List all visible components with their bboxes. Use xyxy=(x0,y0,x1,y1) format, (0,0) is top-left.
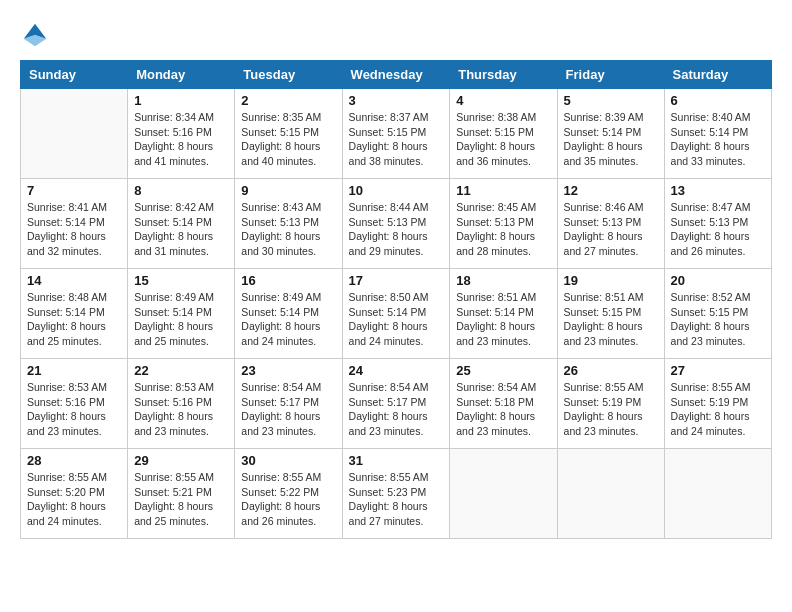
day-info: Sunrise: 8:54 AMSunset: 5:17 PMDaylight:… xyxy=(349,380,444,439)
calendar-week-4: 21Sunrise: 8:53 AMSunset: 5:16 PMDayligh… xyxy=(21,359,772,449)
day-number: 15 xyxy=(134,273,228,288)
day-number: 24 xyxy=(349,363,444,378)
calendar-day-empty xyxy=(450,449,557,539)
calendar-day-16: 16Sunrise: 8:49 AMSunset: 5:14 PMDayligh… xyxy=(235,269,342,359)
day-number: 20 xyxy=(671,273,765,288)
calendar-day-23: 23Sunrise: 8:54 AMSunset: 5:17 PMDayligh… xyxy=(235,359,342,449)
calendar-day-21: 21Sunrise: 8:53 AMSunset: 5:16 PMDayligh… xyxy=(21,359,128,449)
calendar-day-11: 11Sunrise: 8:45 AMSunset: 5:13 PMDayligh… xyxy=(450,179,557,269)
day-info: Sunrise: 8:44 AMSunset: 5:13 PMDaylight:… xyxy=(349,200,444,259)
day-number: 2 xyxy=(241,93,335,108)
day-number: 19 xyxy=(564,273,658,288)
day-info: Sunrise: 8:52 AMSunset: 5:15 PMDaylight:… xyxy=(671,290,765,349)
calendar-day-30: 30Sunrise: 8:55 AMSunset: 5:22 PMDayligh… xyxy=(235,449,342,539)
page-header xyxy=(20,20,772,50)
day-info: Sunrise: 8:55 AMSunset: 5:22 PMDaylight:… xyxy=(241,470,335,529)
calendar-day-27: 27Sunrise: 8:55 AMSunset: 5:19 PMDayligh… xyxy=(664,359,771,449)
day-number: 1 xyxy=(134,93,228,108)
day-info: Sunrise: 8:55 AMSunset: 5:23 PMDaylight:… xyxy=(349,470,444,529)
day-number: 7 xyxy=(27,183,121,198)
calendar-day-28: 28Sunrise: 8:55 AMSunset: 5:20 PMDayligh… xyxy=(21,449,128,539)
calendar-week-3: 14Sunrise: 8:48 AMSunset: 5:14 PMDayligh… xyxy=(21,269,772,359)
day-info: Sunrise: 8:55 AMSunset: 5:19 PMDaylight:… xyxy=(564,380,658,439)
day-number: 13 xyxy=(671,183,765,198)
day-info: Sunrise: 8:35 AMSunset: 5:15 PMDaylight:… xyxy=(241,110,335,169)
calendar-header-saturday: Saturday xyxy=(664,61,771,89)
calendar-day-3: 3Sunrise: 8:37 AMSunset: 5:15 PMDaylight… xyxy=(342,89,450,179)
day-number: 28 xyxy=(27,453,121,468)
calendar-day-26: 26Sunrise: 8:55 AMSunset: 5:19 PMDayligh… xyxy=(557,359,664,449)
calendar-header-wednesday: Wednesday xyxy=(342,61,450,89)
calendar-header-friday: Friday xyxy=(557,61,664,89)
day-number: 18 xyxy=(456,273,550,288)
day-info: Sunrise: 8:55 AMSunset: 5:19 PMDaylight:… xyxy=(671,380,765,439)
calendar-header-tuesday: Tuesday xyxy=(235,61,342,89)
day-info: Sunrise: 8:45 AMSunset: 5:13 PMDaylight:… xyxy=(456,200,550,259)
calendar-day-24: 24Sunrise: 8:54 AMSunset: 5:17 PMDayligh… xyxy=(342,359,450,449)
calendar-day-empty xyxy=(21,89,128,179)
day-info: Sunrise: 8:38 AMSunset: 5:15 PMDaylight:… xyxy=(456,110,550,169)
day-number: 31 xyxy=(349,453,444,468)
day-info: Sunrise: 8:54 AMSunset: 5:18 PMDaylight:… xyxy=(456,380,550,439)
calendar-day-9: 9Sunrise: 8:43 AMSunset: 5:13 PMDaylight… xyxy=(235,179,342,269)
day-number: 21 xyxy=(27,363,121,378)
day-number: 10 xyxy=(349,183,444,198)
calendar-week-2: 7Sunrise: 8:41 AMSunset: 5:14 PMDaylight… xyxy=(21,179,772,269)
day-info: Sunrise: 8:41 AMSunset: 5:14 PMDaylight:… xyxy=(27,200,121,259)
day-number: 23 xyxy=(241,363,335,378)
day-number: 16 xyxy=(241,273,335,288)
calendar-day-17: 17Sunrise: 8:50 AMSunset: 5:14 PMDayligh… xyxy=(342,269,450,359)
calendar-header-thursday: Thursday xyxy=(450,61,557,89)
logo xyxy=(20,20,52,50)
calendar-day-2: 2Sunrise: 8:35 AMSunset: 5:15 PMDaylight… xyxy=(235,89,342,179)
calendar-day-5: 5Sunrise: 8:39 AMSunset: 5:14 PMDaylight… xyxy=(557,89,664,179)
day-number: 30 xyxy=(241,453,335,468)
day-number: 11 xyxy=(456,183,550,198)
day-number: 29 xyxy=(134,453,228,468)
day-number: 22 xyxy=(134,363,228,378)
day-number: 6 xyxy=(671,93,765,108)
day-info: Sunrise: 8:43 AMSunset: 5:13 PMDaylight:… xyxy=(241,200,335,259)
day-info: Sunrise: 8:50 AMSunset: 5:14 PMDaylight:… xyxy=(349,290,444,349)
day-info: Sunrise: 8:49 AMSunset: 5:14 PMDaylight:… xyxy=(134,290,228,349)
calendar-day-12: 12Sunrise: 8:46 AMSunset: 5:13 PMDayligh… xyxy=(557,179,664,269)
day-number: 12 xyxy=(564,183,658,198)
day-info: Sunrise: 8:42 AMSunset: 5:14 PMDaylight:… xyxy=(134,200,228,259)
calendar-day-29: 29Sunrise: 8:55 AMSunset: 5:21 PMDayligh… xyxy=(128,449,235,539)
calendar-day-13: 13Sunrise: 8:47 AMSunset: 5:13 PMDayligh… xyxy=(664,179,771,269)
calendar-week-5: 28Sunrise: 8:55 AMSunset: 5:20 PMDayligh… xyxy=(21,449,772,539)
day-info: Sunrise: 8:37 AMSunset: 5:15 PMDaylight:… xyxy=(349,110,444,169)
day-info: Sunrise: 8:47 AMSunset: 5:13 PMDaylight:… xyxy=(671,200,765,259)
calendar-day-empty xyxy=(664,449,771,539)
calendar-header-row: SundayMondayTuesdayWednesdayThursdayFrid… xyxy=(21,61,772,89)
calendar-day-7: 7Sunrise: 8:41 AMSunset: 5:14 PMDaylight… xyxy=(21,179,128,269)
calendar-day-10: 10Sunrise: 8:44 AMSunset: 5:13 PMDayligh… xyxy=(342,179,450,269)
day-info: Sunrise: 8:55 AMSunset: 5:21 PMDaylight:… xyxy=(134,470,228,529)
day-number: 25 xyxy=(456,363,550,378)
day-info: Sunrise: 8:40 AMSunset: 5:14 PMDaylight:… xyxy=(671,110,765,169)
day-number: 27 xyxy=(671,363,765,378)
day-number: 3 xyxy=(349,93,444,108)
calendar-day-15: 15Sunrise: 8:49 AMSunset: 5:14 PMDayligh… xyxy=(128,269,235,359)
day-info: Sunrise: 8:54 AMSunset: 5:17 PMDaylight:… xyxy=(241,380,335,439)
day-info: Sunrise: 8:48 AMSunset: 5:14 PMDaylight:… xyxy=(27,290,121,349)
calendar-week-1: 1Sunrise: 8:34 AMSunset: 5:16 PMDaylight… xyxy=(21,89,772,179)
calendar-day-20: 20Sunrise: 8:52 AMSunset: 5:15 PMDayligh… xyxy=(664,269,771,359)
calendar-day-14: 14Sunrise: 8:48 AMSunset: 5:14 PMDayligh… xyxy=(21,269,128,359)
calendar-day-6: 6Sunrise: 8:40 AMSunset: 5:14 PMDaylight… xyxy=(664,89,771,179)
day-info: Sunrise: 8:34 AMSunset: 5:16 PMDaylight:… xyxy=(134,110,228,169)
calendar-table: SundayMondayTuesdayWednesdayThursdayFrid… xyxy=(20,60,772,539)
day-info: Sunrise: 8:53 AMSunset: 5:16 PMDaylight:… xyxy=(27,380,121,439)
day-number: 26 xyxy=(564,363,658,378)
calendar-day-19: 19Sunrise: 8:51 AMSunset: 5:15 PMDayligh… xyxy=(557,269,664,359)
calendar-day-18: 18Sunrise: 8:51 AMSunset: 5:14 PMDayligh… xyxy=(450,269,557,359)
day-info: Sunrise: 8:49 AMSunset: 5:14 PMDaylight:… xyxy=(241,290,335,349)
day-info: Sunrise: 8:55 AMSunset: 5:20 PMDaylight:… xyxy=(27,470,121,529)
calendar-header-sunday: Sunday xyxy=(21,61,128,89)
day-number: 14 xyxy=(27,273,121,288)
logo-icon xyxy=(20,20,50,50)
day-number: 4 xyxy=(456,93,550,108)
day-number: 9 xyxy=(241,183,335,198)
calendar-day-8: 8Sunrise: 8:42 AMSunset: 5:14 PMDaylight… xyxy=(128,179,235,269)
calendar-day-22: 22Sunrise: 8:53 AMSunset: 5:16 PMDayligh… xyxy=(128,359,235,449)
